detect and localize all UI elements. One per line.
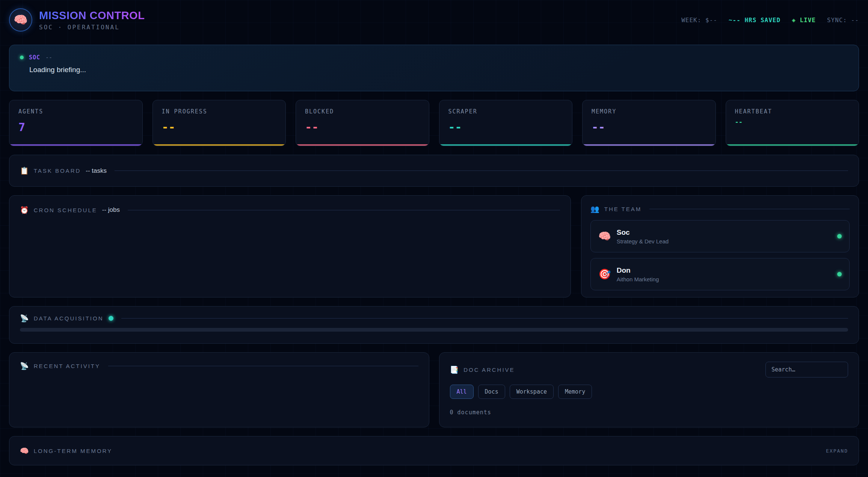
cron-count: -- jobs	[102, 206, 120, 214]
live-status-badge: ◈ LIVE	[792, 17, 816, 24]
divider	[115, 171, 848, 171]
accent-bar	[726, 144, 859, 146]
task-board-title: TASK BOARD	[34, 168, 81, 174]
long-term-memory-title: LONG-TERM MEMORY	[34, 448, 112, 454]
stat-value: --	[162, 121, 277, 134]
people-icon: 👥	[590, 205, 599, 213]
online-dot-icon	[837, 234, 842, 238]
divider	[128, 210, 560, 210]
satellite-icon: 📡	[20, 315, 29, 322]
stat-label: IN PROGRESS	[162, 108, 277, 115]
team-title: THE TEAM	[604, 206, 642, 212]
divider	[121, 318, 848, 319]
stat-card-memory: MEMORY --	[582, 100, 716, 146]
cron-schedule-panel: ⏰ CRON SCHEDULE -- jobs	[9, 195, 571, 297]
stat-value: --	[448, 121, 563, 134]
briefing-meta: --	[45, 54, 52, 61]
stat-card-agents: AGENTS 7	[9, 100, 143, 146]
member-name: Soc	[617, 228, 669, 237]
briefing-agent-name: SOC	[29, 54, 40, 61]
cron-title: CRON SCHEDULE	[34, 207, 97, 213]
clipboard-icon: 📋	[20, 167, 29, 174]
doc-archive-panel: 📑 DOC ARCHIVE All Docs Workspace Memory …	[439, 352, 859, 427]
task-count: -- tasks	[86, 167, 107, 175]
stat-value: --	[592, 121, 706, 134]
divider	[649, 209, 850, 209]
stat-card-in-progress: IN PROGRESS --	[152, 100, 286, 146]
stat-label: HEARTBEAT	[735, 108, 850, 115]
week-stat: WEEK: $--	[681, 17, 717, 24]
hours-saved-stat: ~-- HRS SAVED	[729, 17, 780, 24]
filter-memory-button[interactable]: Memory	[558, 385, 592, 399]
filter-all-button[interactable]: All	[450, 385, 474, 399]
recent-activity-title: RECENT ACTIVITY	[34, 363, 100, 369]
stat-card-scraper: SCRAPER --	[439, 100, 573, 146]
long-term-memory-panel: 🧠 LONG-TERM MEMORY EXPAND	[9, 436, 859, 465]
doc-search-input[interactable]	[765, 362, 848, 377]
divider	[108, 366, 418, 366]
recent-activity-panel: 📡 RECENT ACTIVITY	[9, 352, 429, 427]
brain-icon: 🧠	[14, 14, 27, 26]
stat-value: 7	[18, 121, 133, 134]
stats-grid: AGENTS 7 IN PROGRESS -- BLOCKED -- SCRAP…	[9, 100, 859, 146]
satellite-icon: 📡	[20, 362, 29, 370]
team-member-soc[interactable]: 🧠 Soc Strategy & Dev Lead	[590, 220, 850, 252]
team-members-list: 🧠 Soc Strategy & Dev Lead 🎯 Don Aithon M…	[590, 220, 850, 290]
stat-label: AGENTS	[18, 108, 133, 115]
page-subtitle: SOC · OPERATIONAL	[39, 24, 145, 31]
stat-label: BLOCKED	[305, 108, 420, 115]
bottom-row: 📡 RECENT ACTIVITY 📑 DOC ARCHIVE All Docs…	[9, 352, 859, 427]
brain-avatar-icon: 🧠	[598, 231, 611, 242]
title-block: MISSION CONTROL SOC · OPERATIONAL	[39, 9, 145, 31]
accent-bar	[583, 144, 716, 146]
accent-bar	[439, 144, 572, 146]
task-board-panel: 📋 TASK BOARD -- tasks	[9, 155, 859, 187]
briefing-message: Loading briefing...	[20, 66, 848, 74]
member-name: Don	[617, 266, 659, 275]
target-avatar-icon: 🎯	[598, 269, 611, 279]
stat-card-heartbeat: HEARTBEAT --	[726, 100, 859, 146]
stat-label: SCRAPER	[448, 108, 563, 115]
member-role: Aithon Marketing	[617, 276, 659, 282]
online-dot-icon	[20, 56, 24, 59]
filter-docs-button[interactable]: Docs	[478, 385, 505, 399]
accent-bar	[9, 144, 142, 146]
team-panel: 👥 THE TEAM 🧠 Soc Strategy & Dev Lead 🎯	[581, 195, 859, 297]
brain-icon: 🧠	[20, 447, 29, 454]
stat-label: MEMORY	[592, 108, 706, 115]
data-acquisition-panel: 📡 DATA ACQUISITION	[9, 306, 859, 344]
mid-row: ⏰ CRON SCHEDULE -- jobs 👥 THE TEAM 🧠 Soc…	[9, 195, 859, 297]
team-member-don[interactable]: 🎯 Don Aithon Marketing	[590, 258, 850, 290]
member-info: Don Aithon Marketing	[617, 266, 659, 282]
stat-value: --	[735, 118, 850, 126]
doc-filter-bar: All Docs Workspace Memory	[450, 385, 848, 399]
mission-control-page: 🧠 MISSION CONTROL SOC · OPERATIONAL WEEK…	[0, 0, 868, 472]
expand-button[interactable]: EXPAND	[826, 448, 848, 454]
status-dot-icon	[109, 316, 113, 321]
doc-archive-title: DOC ARCHIVE	[463, 367, 515, 373]
sync-stat: SYNC: --	[827, 17, 859, 24]
alarm-clock-icon: ⏰	[20, 207, 29, 214]
document-count: 0 documents	[450, 409, 848, 416]
data-acquisition-title: DATA ACQUISITION	[34, 315, 104, 322]
header: 🧠 MISSION CONTROL SOC · OPERATIONAL WEEK…	[9, 4, 859, 36]
member-info: Soc Strategy & Dev Lead	[617, 228, 669, 245]
stat-card-blocked: BLOCKED --	[296, 100, 429, 146]
page-title: MISSION CONTROL	[39, 9, 145, 22]
header-stats: WEEK: $-- ~-- HRS SAVED ◈ LIVE SYNC: --	[681, 17, 859, 24]
accent-bar	[296, 144, 429, 146]
bookmark-tabs-icon: 📑	[450, 366, 459, 373]
acquisition-progress-bar	[20, 328, 848, 332]
filter-workspace-button[interactable]: Workspace	[510, 385, 554, 399]
briefing-panel: SOC -- Loading briefing...	[9, 45, 859, 91]
member-role: Strategy & Dev Lead	[617, 238, 669, 245]
app-logo: 🧠	[9, 8, 32, 32]
accent-bar	[153, 144, 286, 146]
online-dot-icon	[837, 272, 842, 276]
stat-value: --	[305, 121, 420, 134]
